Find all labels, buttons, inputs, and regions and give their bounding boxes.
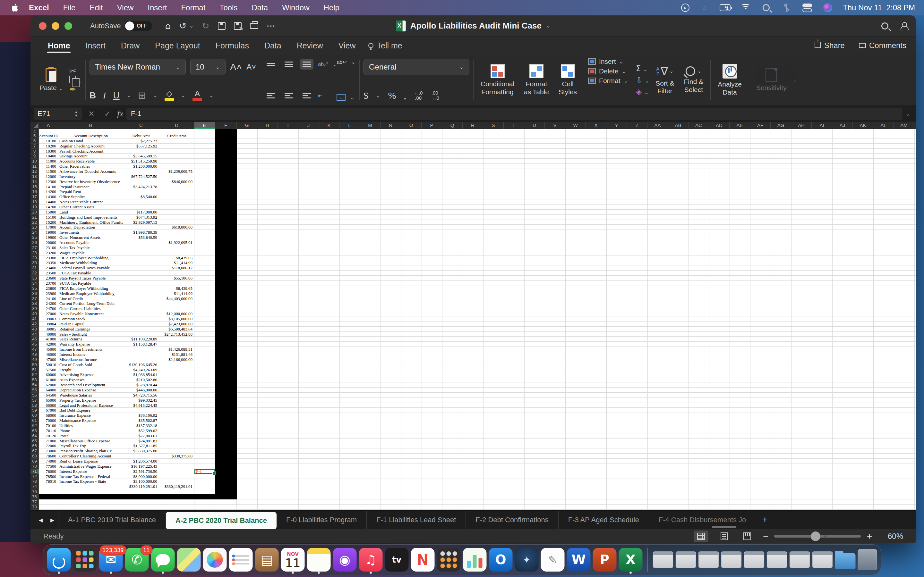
menu-help[interactable]: Help [317, 3, 346, 12]
tab-view[interactable]: View [331, 37, 363, 55]
zoom-button[interactable] [65, 22, 72, 30]
cell[interactable] [159, 149, 194, 154]
row-header-42[interactable]: 42 [31, 322, 39, 327]
row-header-47[interactable]: 47 [31, 347, 39, 352]
cell[interactable]: 24200 [39, 301, 58, 306]
cell[interactable] [215, 291, 237, 296]
cell[interactable] [194, 210, 215, 215]
cell[interactable]: 39004 [39, 322, 58, 327]
paste-button[interactable]: Paste ⌄ [36, 68, 66, 92]
cell[interactable]: Land [58, 210, 123, 215]
cell[interactable] [159, 434, 194, 438]
cell[interactable] [215, 489, 237, 494]
cell[interactable] [123, 225, 159, 230]
cell[interactable] [194, 296, 215, 301]
cell[interactable]: 23700 [39, 281, 58, 286]
row-header-21[interactable]: 21 [31, 215, 39, 220]
cell[interactable] [159, 438, 194, 444]
maps-icon[interactable] [177, 548, 201, 572]
cell[interactable] [194, 500, 215, 504]
menu-bar-clock[interactable]: Thu Nov 11 2:08 PM [843, 3, 915, 12]
cell[interactable] [215, 327, 237, 332]
cell[interactable] [194, 398, 215, 403]
undo-chevron-icon[interactable]: ⌄ [189, 23, 194, 29]
cell[interactable] [194, 448, 215, 454]
row-header-41[interactable]: 41 [31, 316, 39, 322]
autosum-button[interactable]: Σ ⌄ [636, 64, 649, 73]
column-header-F[interactable]: F [215, 122, 237, 129]
row-header-52[interactable]: 52 [31, 372, 39, 377]
cell[interactable] [123, 276, 159, 281]
close-button[interactable] [39, 22, 47, 30]
cell[interactable]: Depreciation Expense [58, 388, 123, 393]
dock-item-excel[interactable]: X [619, 548, 643, 572]
cell[interactable]: $53,840.59 [123, 235, 159, 240]
tab-data[interactable]: Data [257, 37, 289, 55]
cell[interactable] [215, 164, 237, 169]
zoom-slider[interactable]: − + [763, 531, 872, 542]
window-preview-thumbnail[interactable] [790, 551, 810, 568]
row-header-48[interactable]: 48 [31, 352, 39, 357]
cell[interactable]: 24100 [39, 296, 58, 301]
cell[interactable] [159, 377, 194, 382]
cell[interactable] [159, 418, 194, 423]
control-center-icon[interactable] [802, 3, 813, 13]
cell[interactable]: 40000 [39, 332, 58, 337]
row-header-26[interactable]: 26 [31, 240, 39, 245]
delete-cells-button[interactable]: Delete ⌄ [588, 67, 628, 75]
cell[interactable] [215, 316, 237, 322]
cell[interactable]: Other Current Liabilities [58, 306, 123, 311]
cell[interactable] [123, 189, 159, 194]
bold-button[interactable]: B [89, 90, 96, 101]
cell[interactable] [215, 393, 237, 398]
grid-filler[interactable] [237, 260, 916, 266]
cell[interactable] [194, 504, 215, 510]
row-header-8[interactable]: 8 [31, 149, 39, 154]
cell[interactable] [159, 443, 194, 448]
cell[interactable] [215, 169, 237, 174]
podcasts-icon[interactable]: ◉ [333, 548, 357, 572]
dock-item-launchpad[interactable] [73, 548, 97, 572]
cell[interactable] [215, 322, 237, 327]
cell[interactable]: 73000 [39, 448, 58, 454]
cell[interactable] [159, 413, 194, 418]
zoom-level[interactable]: 60% [881, 532, 903, 541]
column-header-AC[interactable]: AC [688, 122, 709, 129]
cell[interactable] [123, 327, 159, 332]
column-header-AK[interactable]: AK [853, 122, 873, 129]
cell[interactable] [159, 245, 194, 250]
cell[interactable] [215, 235, 237, 240]
cell[interactable] [194, 179, 215, 184]
grid-filler[interactable] [237, 322, 916, 327]
menu-edit[interactable]: Edit [82, 3, 110, 12]
grid-filler[interactable] [237, 408, 916, 413]
zoom-track[interactable] [774, 535, 861, 538]
row-header-51[interactable]: 51 [31, 367, 39, 372]
cell[interactable]: 14300 [39, 194, 58, 199]
grid-filler[interactable] [237, 454, 916, 459]
column-header-W[interactable]: W [565, 122, 586, 129]
cell[interactable]: 64000 [39, 388, 58, 393]
cell[interactable] [194, 281, 215, 286]
cell[interactable] [215, 311, 237, 316]
cell[interactable]: 67000 [39, 408, 58, 413]
cell[interactable]: 11400 [39, 164, 58, 169]
cell[interactable]: $446,000.00 [123, 388, 159, 393]
cell[interactable]: $99,332.45 [123, 398, 159, 403]
menu-tools[interactable]: Tools [212, 3, 244, 12]
dock-item-reminders[interactable] [229, 548, 253, 572]
cell[interactable]: 10300 [39, 149, 58, 154]
dock-item-tv[interactable]: tv [385, 548, 409, 572]
column-header-AF[interactable]: AF [750, 122, 771, 129]
cell[interactable] [123, 260, 159, 266]
cell[interactable] [123, 250, 159, 255]
row-header-44[interactable]: 44 [31, 332, 39, 337]
menu-window[interactable]: Window [275, 3, 317, 12]
cell[interactable]: $12,000,000.00 [159, 311, 194, 316]
cell[interactable]: 64500 [39, 393, 58, 398]
sort-filter-button[interactable]: AZ∇⌄ Sort &Filter [652, 65, 677, 95]
cell[interactable]: Rent or Lease Expense [58, 459, 123, 464]
row-header-10[interactable]: 10 [31, 159, 39, 164]
cell[interactable] [215, 372, 237, 377]
cell[interactable]: Income Tax Expense - Federal [58, 474, 123, 479]
